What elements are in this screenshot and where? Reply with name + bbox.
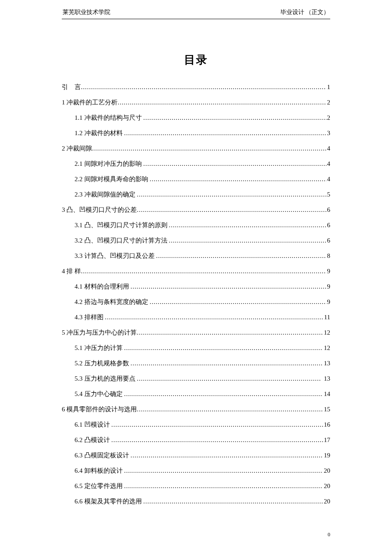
toc-entry: 4.1 材料的合理利用 9 xyxy=(75,281,330,292)
toc-entry-label: 3.2 凸、凹模刃口尺寸的计算方法 xyxy=(75,235,169,246)
toc-leader-dots xyxy=(111,419,323,430)
toc-leader-dots xyxy=(124,389,323,399)
toc-entry: 4 排 样9 xyxy=(62,266,330,276)
toc-entry-page: 8 xyxy=(326,251,331,261)
toc-entry-page: 9 xyxy=(326,266,331,276)
toc-entry: 6.1 凹模设计 16 xyxy=(75,419,330,430)
toc-entry-page: 17 xyxy=(323,435,330,445)
page-number: 0 xyxy=(328,532,330,538)
toc-entry-page: 9 xyxy=(326,281,331,292)
toc-entry-page: 4 xyxy=(326,159,331,169)
toc-entry-page: 13 xyxy=(321,373,330,384)
toc-leader-dots xyxy=(118,97,326,107)
toc-entry: 3 凸、凹模刃口尺寸的公差6 xyxy=(62,205,330,215)
toc-entry-label: 2.3 冲裁间隙值的确定 xyxy=(75,189,137,199)
toc-entry-label: 5.4 压力中心确定 xyxy=(75,389,124,399)
toc-entry: 4.2 搭边与条料宽度的确定 9 xyxy=(75,297,330,307)
toc-entry-page: 6 xyxy=(326,235,331,246)
toc-entry-page: 20 xyxy=(323,496,330,506)
toc-entry-page: 6 xyxy=(326,220,331,230)
toc-entry-label: 5.2 压力机规格参数 xyxy=(75,358,130,368)
toc-leader-dots xyxy=(111,435,323,445)
toc-leader-dots xyxy=(124,465,323,476)
toc-leader-dots xyxy=(137,327,323,338)
toc-entry: 5.3 压力机的选用要点 13 xyxy=(75,373,330,384)
toc-leader-dots xyxy=(124,481,323,491)
toc-entry-label: 1.2 冲裁件的材料 xyxy=(75,128,124,138)
toc-entry: 6.6 模架及其零件的选用 20 xyxy=(75,496,330,506)
toc-leader-dots xyxy=(137,205,326,215)
toc-leader-dots xyxy=(169,220,326,230)
toc-leader-dots xyxy=(81,82,326,92)
toc-entry-page: 13 xyxy=(323,358,330,368)
toc-entry: 1.1 冲裁件的结构与尺寸 2 xyxy=(75,113,330,123)
toc-leader-dots xyxy=(150,174,326,184)
toc-entry-page: 16 xyxy=(323,419,330,430)
toc-entry: 5 冲压力与压力中心的计算12 xyxy=(62,327,330,338)
toc-entry-label: 6.5 定位零件选用 xyxy=(75,481,124,491)
toc-entry-page: 2 xyxy=(326,113,331,123)
toc-entry-label: 引 言 xyxy=(62,82,81,92)
toc-entry-label: 1 冲裁件的工艺分析 xyxy=(62,97,118,107)
header-right: 毕业设计 （正文） xyxy=(280,9,330,16)
toc-entry: 6.3 凸模固定板设计 19 xyxy=(75,450,330,460)
toc-entry: 5.4 压力中心确定 14 xyxy=(75,389,330,399)
toc-leader-dots xyxy=(143,113,326,123)
toc-entry-label: 6.4 卸料板的设计 xyxy=(75,465,124,476)
toc-entry: 3.2 凸、凹模刃口尺寸的计算方法 6 xyxy=(75,235,330,246)
toc-entry-page: 11 xyxy=(323,312,330,322)
toc-entry-page: 6 xyxy=(326,205,331,215)
document-page: 莱芜职业技术学院 毕业设计 （正文） 目录 引 言11 冲裁件的工艺分析21.1… xyxy=(62,9,330,538)
toc-entry-label: 2 冲裁间隙 xyxy=(62,143,92,153)
toc-entry-label: 4.3 排样图 xyxy=(75,312,105,322)
toc-leader-dots xyxy=(130,450,323,460)
toc-entry-label: 5.1 冲压力的计算 xyxy=(75,343,124,353)
toc-leader-dots xyxy=(156,251,326,261)
toc-title: 目录 xyxy=(62,52,330,67)
toc-leader-dots xyxy=(143,159,326,169)
toc-entry: 6 模具零部件的设计与选用15 xyxy=(62,404,330,414)
toc-leader-dots xyxy=(124,343,323,353)
toc-entry-label: 3 凸、凹模刃口尺寸的公差 xyxy=(62,205,137,215)
toc-leader-dots xyxy=(137,189,326,199)
toc-entry-page: 4 xyxy=(326,143,331,153)
header-left: 莱芜职业技术学院 xyxy=(63,9,110,16)
toc-entry: 3.3 计算凸、凹模刃口及公差 8 xyxy=(75,251,330,261)
toc-entry: 2.2 间隙对模具寿命的影响 4 xyxy=(75,174,330,184)
toc-leader-dots xyxy=(137,404,323,414)
toc-leader-dots xyxy=(169,235,326,246)
toc-entry-label: 4.2 搭边与条料宽度的确定 xyxy=(75,297,150,307)
toc-entry-label: 3.1 凸、凹模刃口尺寸计算的原则 xyxy=(75,220,169,230)
toc-entry-page: 5 xyxy=(326,189,331,199)
toc-leader-dots xyxy=(124,128,326,138)
toc-entry: 1 冲裁件的工艺分析2 xyxy=(62,97,330,107)
toc-entry-page: 20 xyxy=(323,465,330,476)
toc-entry-page: 19 xyxy=(323,450,330,460)
toc-entry-label: 2.1 间隙对冲压力的影响 xyxy=(75,159,143,169)
toc-entry: 3.1 凸、凹模刃口尺寸计算的原则 6 xyxy=(75,220,330,230)
header-rule xyxy=(62,19,330,19)
toc-entry-label: 2.2 间隙对模具寿命的影响 xyxy=(75,174,150,184)
toc-entry: 6.5 定位零件选用 20 xyxy=(75,481,330,491)
toc-entry-page: 2 xyxy=(326,97,331,107)
toc-entry-label: 4 排 样 xyxy=(62,266,81,276)
page-header: 莱芜职业技术学院 毕业设计 （正文） xyxy=(62,9,330,19)
toc-leader-dots xyxy=(143,496,323,506)
toc-leader-dots xyxy=(130,281,326,292)
toc-entry-page: 20 xyxy=(323,481,330,491)
toc-entry: 2 冲裁间隙4 xyxy=(62,143,330,153)
toc-leader-dots xyxy=(105,312,323,322)
toc-entry: 6.4 卸料板的设计 20 xyxy=(75,465,330,476)
toc-entry: 1.2 冲裁件的材料 3 xyxy=(75,128,330,138)
toc-leader-dots xyxy=(150,297,326,307)
toc-entry: 5.2 压力机规格参数 13 xyxy=(75,358,330,368)
toc-entry-page: 1 xyxy=(326,82,331,92)
toc-entry-label: 5.3 压力机的选用要点 xyxy=(75,373,137,384)
toc-leader-dots xyxy=(92,143,326,153)
toc-entry-label: 1.1 冲裁件的结构与尺寸 xyxy=(75,113,143,123)
toc-entry-label: 4.1 材料的合理利用 xyxy=(75,281,130,292)
toc-entry-label: 5 冲压力与压力中心的计算 xyxy=(62,327,137,338)
toc-entry-label: 6.2 凸模设计 xyxy=(75,435,111,445)
toc-entry: 2.3 冲裁间隙值的确定 5 xyxy=(75,189,330,199)
toc-entry: 2.1 间隙对冲压力的影响 4 xyxy=(75,159,330,169)
